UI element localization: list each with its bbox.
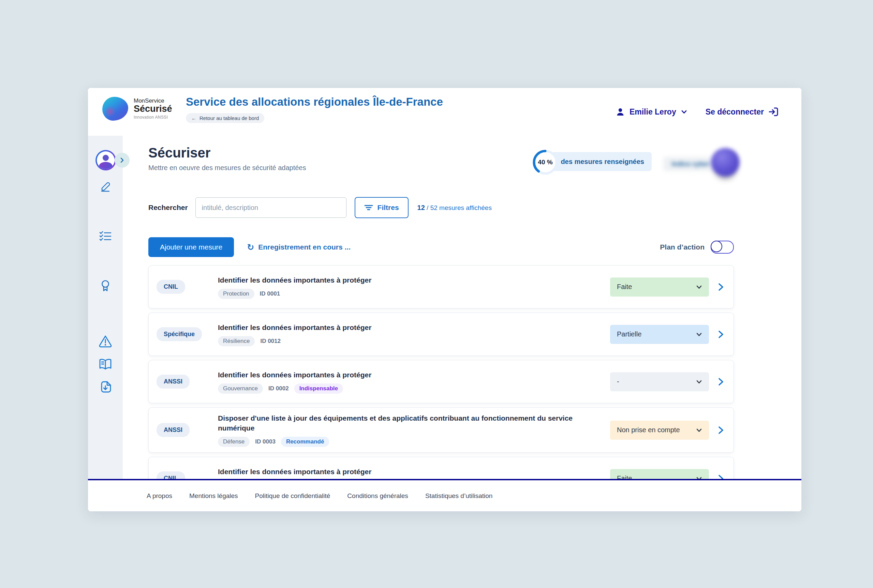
toggle-knob bbox=[711, 241, 722, 252]
chevron-down-icon bbox=[680, 108, 688, 116]
sidebar bbox=[88, 136, 123, 479]
top-bar: MonService Sécurisé Innovation ANSSI Ser… bbox=[88, 88, 801, 136]
measures-count-shown: 12 bbox=[418, 204, 425, 212]
measure-category-tag: Défense bbox=[218, 436, 249, 447]
measure-open-link[interactable] bbox=[709, 283, 725, 291]
measure-source-badge: ANSSI bbox=[156, 423, 189, 437]
measure-source-badge: CNIL bbox=[156, 280, 185, 294]
file-download-icon bbox=[99, 380, 112, 393]
app-window: MonService Sécurisé Innovation ANSSI Ser… bbox=[88, 88, 801, 511]
measure-id: ID 0012 bbox=[260, 338, 281, 345]
measure-title: Identifier les données importantes à pro… bbox=[218, 275, 600, 285]
chevron-down-icon bbox=[695, 331, 703, 338]
filters-label: Filtres bbox=[377, 204, 399, 212]
chevron-right-icon bbox=[717, 474, 725, 479]
footer-link[interactable]: Conditions générales bbox=[347, 492, 408, 500]
measure-open-link[interactable] bbox=[709, 330, 725, 339]
measure-status-select[interactable]: Non prise en compte bbox=[610, 421, 709, 440]
measure-status-select[interactable]: Faite bbox=[610, 469, 709, 479]
medal-icon bbox=[99, 279, 111, 293]
back-link-label: Retour au tableau de bord bbox=[200, 115, 259, 121]
measure-row: ANSSI Disposer d'une liste à jour des éq… bbox=[148, 407, 734, 453]
chevron-right-icon bbox=[717, 377, 725, 386]
brand-logo: MonService Sécurisé Innovation ANSSI bbox=[102, 97, 172, 121]
sidebar-item-export[interactable] bbox=[97, 379, 114, 395]
brand-blob-icon bbox=[102, 97, 128, 121]
measure-source-badge: ANSSI bbox=[156, 375, 189, 388]
measure-status-select[interactable]: Faite bbox=[610, 278, 709, 297]
indice-cyber-badge: Indice cyber bbox=[663, 149, 742, 182]
measure-priority-tag: Recommandé bbox=[281, 436, 329, 447]
brand-name-line2: Sécurisé bbox=[134, 104, 172, 114]
measure-status-value: Faite bbox=[617, 474, 632, 479]
logout-icon bbox=[768, 106, 779, 117]
filters-button[interactable]: Filtres bbox=[355, 197, 409, 218]
measure-status-value: Non prise en compte bbox=[617, 426, 680, 434]
back-to-dashboard-link[interactable]: ← Retour au tableau de bord bbox=[186, 113, 264, 123]
measure-title: Identifier les données importantes à pro… bbox=[218, 322, 600, 332]
measure-open-link[interactable] bbox=[709, 377, 725, 386]
service-title: Service des allocations régionales Île-d… bbox=[186, 96, 443, 108]
add-measure-button[interactable]: Ajouter une mesure bbox=[148, 237, 234, 257]
user-name: Emilie Leroy bbox=[630, 107, 676, 117]
sidebar-expand-button[interactable] bbox=[114, 153, 129, 168]
saving-status-label: Enregistrement en cours ... bbox=[258, 243, 350, 251]
measure-row: CNIL Identifier les données importantes … bbox=[148, 265, 734, 309]
measure-row: ANSSI Identifier les données importantes… bbox=[148, 360, 734, 403]
measures-count: 12 / 52 mesures affichées bbox=[418, 204, 492, 212]
footer-link[interactable]: Mentions légales bbox=[189, 492, 238, 500]
page-subtitle: Mettre en oeuvre des mesures de sécurité… bbox=[148, 164, 306, 172]
sidebar-item-risks[interactable] bbox=[97, 333, 114, 349]
chevron-down-icon bbox=[695, 426, 703, 434]
footer-link[interactable]: Statistiques d’utilisation bbox=[425, 492, 493, 500]
measure-title: Disposer d'une liste à jour des équipeme… bbox=[218, 413, 600, 433]
footer-link[interactable]: A propos bbox=[147, 492, 172, 500]
user-menu[interactable]: Emilie Leroy bbox=[615, 107, 688, 117]
measure-open-link[interactable] bbox=[709, 426, 725, 435]
chevron-down-icon bbox=[695, 283, 703, 291]
measure-source-badge: CNIL bbox=[156, 471, 185, 479]
filter-icon bbox=[364, 204, 373, 211]
measure-title: Identifier les données importantes à pro… bbox=[218, 466, 600, 477]
sidebar-item-homologation[interactable] bbox=[97, 278, 114, 294]
measures-count-suffix: / 52 mesures affichées bbox=[425, 204, 492, 212]
back-arrow-icon: ← bbox=[191, 115, 197, 121]
sidebar-item-describe[interactable] bbox=[97, 179, 114, 195]
logout-button[interactable]: Se déconnecter bbox=[706, 106, 779, 117]
brand-tagline: Innovation ANSSI bbox=[134, 115, 172, 120]
indice-cyber-label: Indice cyber bbox=[663, 157, 718, 171]
chevron-right-icon bbox=[717, 330, 725, 339]
open-book-icon bbox=[98, 358, 113, 370]
footer-link[interactable]: Politique de confidentialité bbox=[255, 492, 331, 500]
sidebar-item-measures[interactable] bbox=[97, 228, 114, 244]
chevron-right-icon bbox=[717, 426, 725, 435]
warning-triangle-icon bbox=[98, 335, 113, 348]
progress-percent: 40 % bbox=[532, 148, 559, 176]
measure-row: CNIL Identifier les données importantes … bbox=[148, 457, 734, 479]
chevron-down-icon bbox=[695, 378, 703, 386]
measure-status-value: Partielle bbox=[617, 330, 642, 338]
chevron-right-icon bbox=[717, 283, 725, 291]
measure-id: ID 0002 bbox=[268, 385, 289, 392]
chevron-down-icon bbox=[695, 475, 703, 479]
sidebar-item-documentation[interactable] bbox=[97, 357, 114, 372]
measure-title: Identifier les données importantes à pro… bbox=[218, 370, 600, 380]
indice-cyber-sphere bbox=[711, 148, 740, 177]
measure-priority-tag: Indispensable bbox=[294, 384, 343, 394]
search-label: Rechercher bbox=[148, 204, 188, 212]
measure-status-select[interactable]: Partielle bbox=[610, 325, 709, 344]
pencil-icon bbox=[99, 181, 112, 194]
sidebar-avatar[interactable] bbox=[96, 150, 116, 170]
measure-status-select[interactable]: - bbox=[610, 372, 709, 392]
measure-category-tag: Protection bbox=[218, 289, 254, 299]
search-input[interactable] bbox=[195, 197, 347, 218]
main-content: Sécuriser Mettre en oeuvre des mesures d… bbox=[123, 136, 801, 479]
measure-open-link[interactable] bbox=[709, 474, 725, 479]
checklist-icon bbox=[99, 230, 112, 242]
measure-status-value: - bbox=[617, 378, 619, 386]
logout-label: Se déconnecter bbox=[706, 107, 764, 117]
measure-category-tag: Résilience bbox=[218, 336, 255, 346]
footer-links: A proposMentions légalesPolitique de con… bbox=[88, 480, 801, 511]
saving-status: ↻ Enregistrement en cours ... bbox=[247, 243, 350, 252]
plan-action-toggle[interactable] bbox=[711, 241, 734, 254]
